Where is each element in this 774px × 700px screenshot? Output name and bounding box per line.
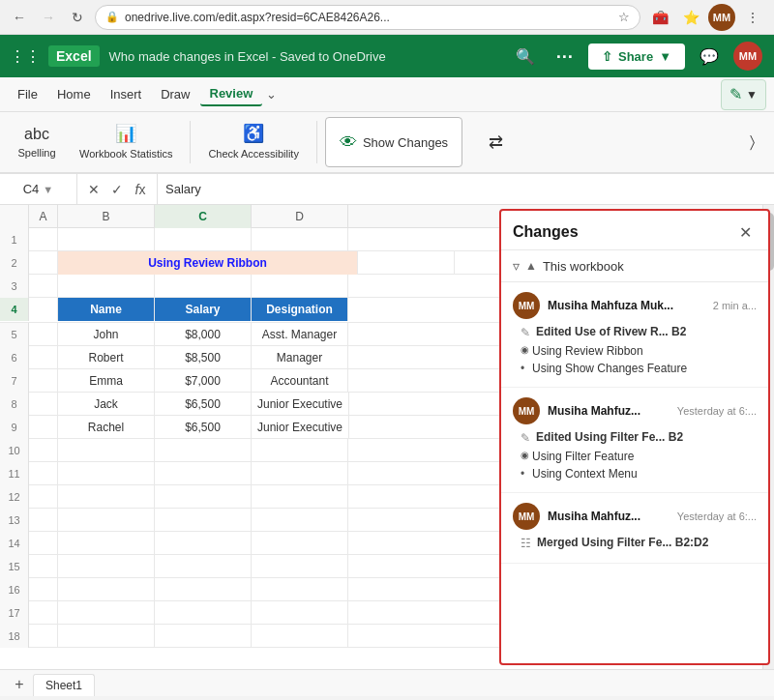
col-header-d[interactable]: D xyxy=(252,205,348,228)
cell-a7[interactable] xyxy=(29,369,58,393)
cell-reference-box[interactable]: C4 ▼ xyxy=(0,174,77,205)
cell-c9[interactable]: $6,500 xyxy=(155,416,252,439)
cell-b8[interactable]: Jack xyxy=(58,393,155,416)
more-options-icon[interactable]: ⋯ xyxy=(550,42,579,71)
cell-d1[interactable] xyxy=(252,228,348,251)
spelling-button[interactable]: abc Spelling xyxy=(8,117,66,167)
change-user-row-3: MM Musiha Mahfuz... Yesterday at 6:... xyxy=(513,503,757,530)
changes-list: MM Musiha Mahfuza Muk... 2 min a... ✎ Ed… xyxy=(501,282,768,663)
row-num-8: 8 xyxy=(0,393,29,416)
change-detail-text-2: Edited Using Filter Fe... B2 xyxy=(536,430,683,444)
cell-a4[interactable] xyxy=(29,298,58,321)
changes-filter-bar[interactable]: ▿ ▲ This workbook xyxy=(501,250,768,282)
cell-d8[interactable]: Junior Executive xyxy=(252,393,349,416)
extensions-icon[interactable]: 🧰 xyxy=(646,4,673,31)
cell-d2[interactable] xyxy=(358,251,455,275)
cell-d6[interactable]: Manager xyxy=(252,346,348,369)
cell-c1[interactable] xyxy=(155,228,252,251)
search-icon[interactable]: 🔍 xyxy=(511,42,540,71)
row-num-9: 9 xyxy=(0,416,29,439)
back-button[interactable]: ← xyxy=(8,6,31,29)
formula-bar: C4 ▼ ✕ ✓ fx Salary xyxy=(0,174,774,205)
cell-ref-expand[interactable]: ▼ xyxy=(43,184,53,195)
cell-c4-salary[interactable]: Salary xyxy=(155,298,252,321)
cell-a2[interactable] xyxy=(29,251,58,275)
cell-d3[interactable] xyxy=(252,275,348,298)
cell-c8[interactable]: $6,500 xyxy=(155,393,252,416)
show-changes-button[interactable]: 👁 Show Changes xyxy=(325,117,462,167)
cell-b1[interactable] xyxy=(58,228,155,251)
grid-icon[interactable]: ⋮⋮ xyxy=(12,43,39,70)
cell-b3[interactable] xyxy=(58,275,155,298)
menu-expand-icon[interactable]: ⌄ xyxy=(262,83,281,105)
refresh-button[interactable]: ↻ xyxy=(66,6,89,29)
share-label: Share xyxy=(618,49,653,64)
cell-a3[interactable] xyxy=(29,275,58,298)
cell-b6[interactable]: Robert xyxy=(58,346,155,369)
change-user-row-2: MM Musiha Mahfuz... Yesterday at 6:... xyxy=(513,397,757,424)
address-bar[interactable]: 🔒 onedrive.live.com/edit.aspx?resid=6CAE… xyxy=(95,5,640,30)
cell-d7[interactable]: Accountant xyxy=(252,369,348,393)
pencil-icon[interactable]: ✎ xyxy=(729,85,742,103)
bookmark-icon[interactable]: ☆ xyxy=(618,10,630,24)
cell-a1[interactable] xyxy=(29,228,58,251)
cell-c5[interactable]: $8,000 xyxy=(155,323,252,346)
formula-action-buttons: ✕ ✓ fx xyxy=(77,174,158,205)
track-changes-button[interactable]: ⇄ xyxy=(466,117,524,167)
share-button[interactable]: ⇧ Share ▼ xyxy=(588,44,685,70)
change-item-2[interactable]: MM Musiha Mahfuz... Yesterday at 6:... ✎… xyxy=(501,388,768,493)
cell-c3[interactable] xyxy=(155,275,252,298)
changes-close-button[interactable]: ✕ xyxy=(733,220,757,244)
change-username-2: Musiha Mahfuz... xyxy=(548,404,640,418)
row-num-3: 3 xyxy=(0,275,29,298)
cell-a8[interactable] xyxy=(29,393,58,416)
workbook-stats-button[interactable]: 📊 Workbook Statistics xyxy=(70,117,182,167)
menu-review[interactable]: Review xyxy=(200,82,263,106)
menu-file[interactable]: File xyxy=(8,83,47,105)
cell-d4-designation[interactable]: Designation xyxy=(252,298,348,321)
forward-button[interactable]: → xyxy=(37,6,60,29)
cell-a5[interactable] xyxy=(29,323,58,346)
cell-b4-name[interactable]: Name xyxy=(58,298,155,321)
row-num-18: 18 xyxy=(0,625,29,648)
star-icon[interactable]: ⭐ xyxy=(677,4,704,31)
cell-a6[interactable] xyxy=(29,346,58,369)
comment-icon[interactable]: 💬 xyxy=(695,42,724,71)
check-accessibility-button[interactable]: ♿ Check Accessibility xyxy=(198,117,309,167)
cell-c7[interactable]: $7,000 xyxy=(155,369,252,393)
menu-home[interactable]: Home xyxy=(47,83,101,105)
add-sheet-button[interactable]: + xyxy=(8,673,31,696)
cell-ref-text: C4 xyxy=(23,182,40,196)
change-item-1[interactable]: MM Musiha Mahfuza Muk... 2 min a... ✎ Ed… xyxy=(501,282,768,388)
filter-label: This workbook xyxy=(543,259,624,274)
cell-c6[interactable]: $8,500 xyxy=(155,346,252,369)
excel-app-bar: ⋮⋮ Excel Who made changes in Excel - Sav… xyxy=(0,35,774,77)
col-header-b[interactable]: B xyxy=(58,205,155,228)
formula-confirm-button[interactable]: ✓ xyxy=(106,179,128,200)
row-num-7: 7 xyxy=(0,369,29,393)
user-avatar[interactable]: MM xyxy=(733,42,762,71)
change-item-3[interactable]: MM Musiha Mahfuz... Yesterday at 6:... ☷… xyxy=(501,493,768,564)
cell-b2-title[interactable]: Using Review Ribbon xyxy=(58,251,358,275)
list-item: Using Show Changes Feature xyxy=(532,360,757,377)
sheet-tab-1[interactable]: Sheet1 xyxy=(33,674,95,696)
col-header-c[interactable]: C xyxy=(155,205,252,228)
more-icon[interactable]: ⋮ xyxy=(739,4,766,31)
cell-b5[interactable]: John xyxy=(58,323,155,346)
menu-insert[interactable]: Insert xyxy=(101,83,152,105)
cell-a9[interactable] xyxy=(29,416,58,439)
title-text: Who made changes in Excel - Saved to One… xyxy=(109,49,386,64)
col-header-a[interactable]: A xyxy=(29,205,58,228)
formula-cancel-button[interactable]: ✕ xyxy=(83,179,104,200)
scroll-right-button[interactable]: 〉 xyxy=(737,128,766,157)
person-icon[interactable]: MM xyxy=(708,4,735,31)
spelling-icon: abc xyxy=(24,126,49,143)
menu-draw[interactable]: Draw xyxy=(151,83,199,105)
cell-d9[interactable]: Junior Executive xyxy=(252,416,349,439)
edit-mode-expand[interactable]: ▼ xyxy=(746,88,758,102)
cell-b7[interactable]: Emma xyxy=(58,369,155,393)
cell-d5[interactable]: Asst. Manager xyxy=(252,323,348,346)
formula-insert-function-button[interactable]: fx xyxy=(130,179,151,200)
formula-input[interactable]: Salary xyxy=(158,182,774,196)
cell-b9[interactable]: Rachel xyxy=(58,416,155,439)
